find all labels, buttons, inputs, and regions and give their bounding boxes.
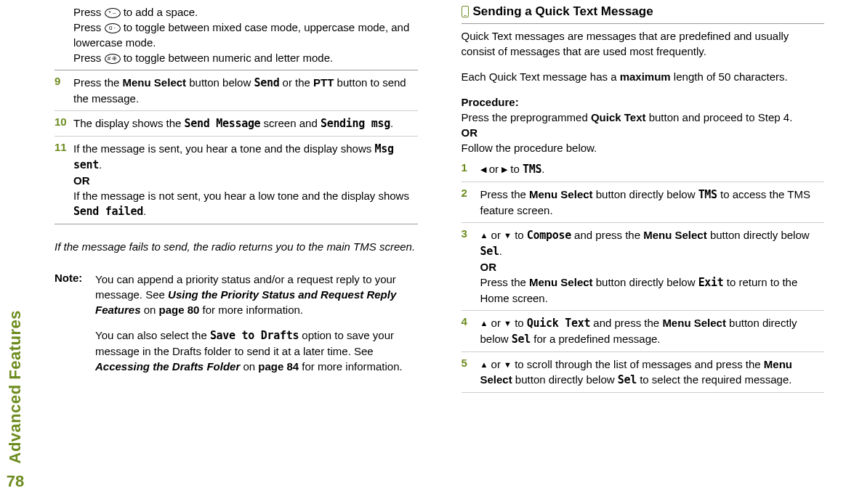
page-number: 78 (7, 472, 24, 491)
note-paragraph-2: You can also select the Save to Drafts o… (95, 328, 418, 374)
step-body: Press the Menu Select button below Send … (73, 75, 418, 106)
down-arrow-icon: ▼ (504, 319, 512, 328)
sidebar: Advanced Features 78 (6, 310, 25, 491)
up-arrow-icon: ▲ (480, 231, 488, 240)
intro-line-3: Press # ⊕ to toggle between numeric and … (73, 50, 418, 65)
step-number: 4 (462, 315, 480, 347)
right-column: Sending a Quick Text Message Quick Text … (462, 4, 825, 397)
divider (462, 23, 825, 24)
down-arrow-icon: ▼ (504, 360, 512, 369)
note-paragraph-1: You can append a priority status and/or … (95, 272, 418, 317)
section-title: Sending a Quick Text Message (473, 4, 653, 19)
step-body: ▲ or ▼ to Compose and press the Menu Sel… (480, 227, 825, 306)
right-arrow-icon: ▶ (501, 165, 507, 174)
step-body: ◀ or ▶ to TMS. (480, 161, 825, 177)
divider (462, 351, 825, 352)
step-9: 9 Press the Menu Select button below Sen… (55, 75, 418, 106)
divider (462, 222, 825, 223)
section-header: Sending a Quick Text Message (462, 4, 825, 19)
phone-icon (462, 6, 469, 17)
left-arrow-icon: ◀ (480, 165, 486, 174)
step-number: 11 (55, 141, 73, 219)
step-body: If the message is sent, you hear a tone … (73, 141, 418, 219)
step-10: 10 The display shows the Send Message sc… (55, 115, 418, 131)
divider (462, 310, 825, 311)
zero-key-icon: 0 · (105, 23, 121, 33)
divider (55, 70, 418, 70)
procedure-label: Procedure: (462, 94, 825, 110)
section-label: Advanced Features (6, 310, 25, 463)
step-1: 1 ◀ or ▶ to TMS. (462, 161, 825, 177)
step-5: 5 ▲ or ▼ to scroll through the list of m… (462, 357, 825, 388)
step-number: 10 (55, 115, 73, 131)
divider (55, 110, 418, 111)
note-body: You can append a priority status and/or … (95, 272, 418, 374)
step-number: 3 (462, 227, 480, 306)
up-arrow-icon: ▲ (480, 319, 488, 328)
down-arrow-icon: ▼ (504, 231, 512, 240)
divider (462, 392, 825, 393)
intro-line-2: Press 0 · to toggle between mixed case m… (73, 20, 418, 50)
divider (55, 224, 418, 224)
step-body: ▲ or ▼ to Quick Text and press the Menu … (480, 315, 825, 347)
note-block: Note: You can append a priority status a… (55, 272, 418, 374)
divider (462, 182, 825, 182)
up-arrow-icon: ▲ (480, 360, 488, 369)
step-number: 9 (55, 75, 73, 106)
intro-line-1: Press * – to add a space. (73, 4, 418, 20)
or-label: OR (462, 125, 825, 140)
step-number: 5 (462, 357, 480, 388)
intro-paragraph-1: Quick Text messages are messages that ar… (462, 28, 825, 59)
step-11: 11 If the message is sent, you hear a to… (55, 141, 418, 219)
procedure-follow: Follow the procedure below. (462, 140, 825, 155)
star-key-icon: * – (105, 8, 121, 18)
left-column: Press * – to add a space. Press 0 · to t… (55, 4, 418, 397)
divider (55, 136, 418, 137)
fail-note: If the message fails to send, the radio … (55, 239, 418, 254)
procedure-intro: Press the preprogrammed Quick Text butto… (462, 110, 825, 125)
step-body: Press the Menu Select button directly be… (480, 187, 825, 218)
content-columns: Press * – to add a space. Press 0 · to t… (55, 4, 824, 397)
step-3: 3 ▲ or ▼ to Compose and press the Menu S… (462, 227, 825, 306)
step-4: 4 ▲ or ▼ to Quick Text and press the Men… (462, 315, 825, 347)
step-2: 2 Press the Menu Select button directly … (462, 187, 825, 218)
note-label: Note: (55, 272, 95, 374)
step-number: 2 (462, 187, 480, 218)
intro-paragraph-2: Each Quick Text message has a maximum le… (462, 69, 825, 84)
step-body: ▲ or ▼ to scroll through the list of mes… (480, 357, 825, 388)
step-number: 1 (462, 161, 480, 177)
hash-key-icon: # ⊕ (105, 54, 121, 64)
step-body: The display shows the Send Message scree… (73, 115, 418, 131)
